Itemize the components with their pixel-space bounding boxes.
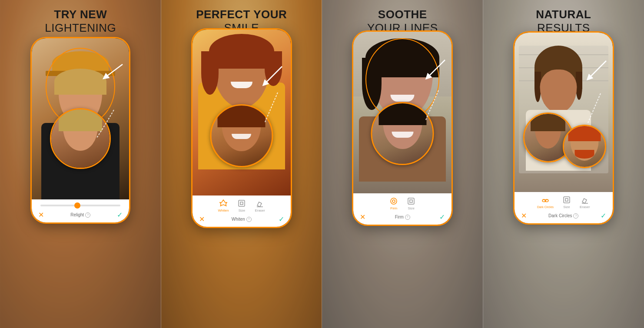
phone-image-area-3 — [353, 32, 451, 193]
dark-circles-icon — [541, 196, 550, 205]
phone-frame-1: ✕ Relight ? ✓ — [30, 37, 130, 224]
arrow-4 — [580, 59, 611, 85]
panel-results: NATURAL RESULTS — [483, 0, 644, 328]
panel-content-1: TRY NEW LIGHTENING — [0, 0, 161, 328]
panel-sep-3 — [483, 0, 483, 328]
size-icon-3 — [407, 197, 415, 205]
panel-title-line2-1: LIGHTENING — [45, 21, 116, 35]
dashed-arrow-2 — [260, 90, 282, 125]
tool-icons-2: Whiten Size — [218, 199, 265, 212]
size-icon-2 — [237, 199, 246, 208]
eraser-label-2: Eraser — [255, 209, 265, 212]
phone-screen-3: Firm Size ✕ — [353, 32, 451, 225]
tool-icons-3: Firm Size — [389, 197, 415, 210]
phone-bottom-3: Firm Size ✕ — [353, 193, 451, 225]
svg-point-3 — [391, 198, 397, 204]
dashed-arrow-3 — [421, 88, 443, 123]
dark-circles-label: Dark Circles — [537, 205, 554, 209]
eraser-label-4: Eraser — [580, 205, 590, 209]
question-mark-2[interactable]: ? — [246, 217, 252, 222]
size-label-4: Size — [563, 205, 570, 209]
tool-eraser-4[interactable]: Eraser — [580, 195, 590, 209]
arrow-1 — [92, 60, 127, 86]
panel-lightening: TRY NEW LIGHTENING — [0, 0, 161, 328]
question-mark-4[interactable]: ? — [573, 213, 578, 219]
panel-title-line1-2: PERFECT YOUR — [196, 8, 287, 21]
eraser-icon-2 — [256, 199, 264, 208]
cancel-button-3[interactable]: ✕ — [360, 213, 365, 221]
panel-smile: PERFECT YOUR SMILE — [161, 0, 322, 328]
phone-image-area-1 — [32, 38, 129, 199]
svg-rect-0 — [239, 200, 245, 206]
svg-rect-9 — [564, 197, 570, 203]
size-icon-4 — [562, 195, 571, 204]
firm-label: Firm — [390, 206, 397, 210]
phone-actions-3: ✕ Firm ? ✓ — [360, 212, 445, 222]
action-label-1: Relight ? — [70, 212, 90, 218]
svg-rect-5 — [408, 198, 414, 204]
panel-sep-2 — [322, 0, 322, 328]
action-label-4: Dark Circles ? — [548, 213, 578, 219]
panel-content-3: SOOTHE YOUR LINES — [322, 0, 483, 328]
phone-actions-1: ✕ Relight ? ✓ — [38, 210, 123, 220]
panel-title-1: TRY NEW LIGHTENING — [36, 0, 125, 40]
svg-point-4 — [392, 200, 395, 202]
tool-whiten[interactable]: Whiten — [218, 199, 229, 212]
size-label-2: Size — [239, 209, 246, 212]
phone-bottom-4: Dark Circles Size — [515, 192, 613, 223]
tool-icons-4: Dark Circles Size — [537, 195, 590, 209]
whiten-icon — [219, 199, 228, 208]
svg-rect-10 — [565, 199, 568, 201]
arrow-3 — [419, 58, 449, 84]
confirm-button-4[interactable]: ✓ — [601, 212, 606, 220]
arrow-2 — [256, 64, 286, 90]
panel-sep-1 — [161, 0, 161, 328]
phone-frame-4: Dark Circles Size — [513, 31, 614, 225]
action-label-2: Whiten ? — [232, 217, 252, 222]
tool-firm[interactable]: Firm — [389, 197, 398, 210]
slider-track-1[interactable] — [40, 205, 120, 206]
dashed-arrow-4 — [583, 91, 605, 126]
phone-screen-1: ✕ Relight ? ✓ — [32, 38, 129, 222]
phone-screen-4: Dark Circles Size — [515, 33, 613, 223]
phone-frame-3: Firm Size ✕ — [352, 30, 453, 226]
phone-frame-2: Whiten Size — [191, 28, 292, 228]
tool-size-3[interactable]: Size — [407, 197, 415, 210]
phone-bottom-2: Whiten Size — [193, 195, 291, 227]
phone-actions-4: ✕ Dark Circles ? ✓ — [521, 211, 606, 221]
panel-title-line1-3: SOOTHE — [367, 8, 438, 21]
eraser-icon-4 — [581, 195, 589, 204]
tool-eraser-2[interactable]: Eraser — [255, 199, 265, 212]
panel-content-4: NATURAL RESULTS — [483, 0, 644, 328]
svg-rect-1 — [240, 202, 243, 205]
phone-image-area-4 — [515, 33, 613, 192]
panel-title-line1-1: TRY NEW — [45, 8, 116, 21]
svg-rect-6 — [410, 200, 412, 202]
confirm-button-3[interactable]: ✓ — [439, 213, 445, 221]
dashed-arrow-1 — [92, 108, 118, 142]
panel-title-line1-4: NATURAL — [536, 8, 591, 21]
slider-thumb-1[interactable] — [74, 202, 80, 209]
confirm-button-1[interactable]: ✓ — [117, 211, 123, 219]
tool-dark-circles[interactable]: Dark Circles — [537, 196, 554, 209]
size-label-3: Size — [408, 206, 415, 210]
phone-bottom-1: ✕ Relight ? ✓ — [32, 199, 129, 222]
phone-image-area-2 — [193, 30, 291, 195]
phone-screen-2: Whiten Size — [193, 30, 291, 227]
tool-size-2[interactable]: Size — [237, 199, 246, 212]
action-label-3: Firm ? — [395, 215, 410, 220]
firm-icon — [389, 197, 398, 205]
phone-actions-2: ✕ Whiten ? ✓ — [199, 214, 284, 224]
cancel-button-1[interactable]: ✕ — [38, 211, 44, 219]
tool-size-4[interactable]: Size — [562, 195, 571, 209]
panel-lines: SOOTHE YOUR LINES — [322, 0, 483, 328]
confirm-button-2[interactable]: ✓ — [279, 215, 284, 223]
question-mark-3[interactable]: ? — [405, 215, 410, 220]
whiten-label: Whiten — [218, 209, 229, 212]
cancel-button-4[interactable]: ✕ — [521, 212, 527, 220]
question-mark-1[interactable]: ? — [85, 212, 90, 218]
panel-content-2: PERFECT YOUR SMILE — [161, 0, 322, 328]
cancel-button-2[interactable]: ✕ — [199, 215, 205, 223]
